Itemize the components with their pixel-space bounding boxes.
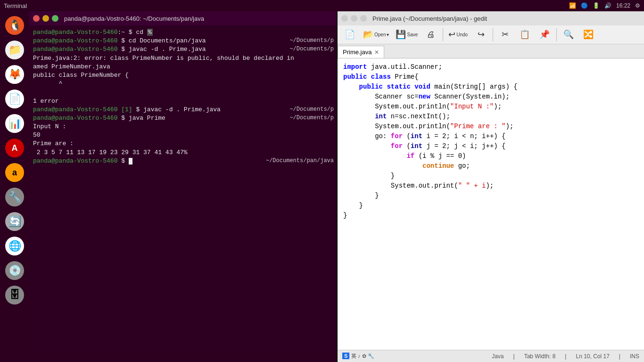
sidebar: 🐧 📁 🦊 📄 📊 A a 🔧 🔄 🌐 💿 🗄 [0, 11, 29, 362]
terminal-close-btn[interactable] [33, 15, 40, 22]
tab-label: Prime.java [343, 49, 372, 56]
undo-icon: ↩ [448, 29, 455, 40]
sidebar-notes[interactable]: A [3, 137, 26, 159]
terminal-title: panda@panda-Vostro-5460: ~/Documents/pan… [64, 15, 204, 22]
code-editor[interactable]: import java.util.Scanner; public class P… [338, 58, 644, 350]
ibus-icon: S 英 ♪ ✿ 🔧 [342, 353, 374, 360]
terminal-window: panda@panda-Vostro-5460: ~/Documents/pan… [29, 11, 338, 351]
save-icon: 💾 [396, 29, 406, 40]
open-button[interactable]: 📂 Open ▾ [360, 28, 392, 41]
sidebar-chrome[interactable]: 🌐 [3, 235, 26, 257]
terminal-min-btn[interactable] [42, 15, 49, 22]
sidebar-calc[interactable]: 📊 [3, 112, 26, 135]
undo-button[interactable]: ↩ Undo [446, 28, 471, 41]
open-icon: 📂 [363, 29, 373, 40]
gedit-window: Prime.java (~/Documents/pan/java) - gedi… [338, 11, 644, 362]
copy-icon: 📋 [520, 29, 530, 40]
paste-icon: 📌 [539, 29, 550, 40]
gedit-statusbar: S 英 ♪ ✿ 🔧 Java | Tab Width: 8 | Ln 10, C… [338, 350, 644, 362]
settings-icon: ⚙ [635, 2, 640, 9]
redo-button[interactable]: ↪ [471, 28, 490, 41]
gedit-close-btn[interactable] [341, 15, 348, 22]
find-button[interactable]: 🔍 [559, 28, 578, 41]
copy-button[interactable]: 📋 [515, 28, 534, 41]
terminal-titlebar: panda@panda-Vostro-5460: ~/Documents/pan… [29, 11, 338, 25]
open-dropdown-icon: ▾ [387, 32, 389, 37]
tab-width-selector[interactable]: Tab Width: 8 [524, 353, 556, 360]
gedit-toolbar: 📄 📂 Open ▾ 💾 Save 🖨 ↩ Undo ↪ ✂ 📋 [338, 25, 644, 44]
sidebar-amazon[interactable]: a [3, 161, 26, 184]
undo-label: Undo [456, 32, 468, 37]
bluetooth-icon: 🔵 [581, 2, 588, 9]
open-label: Open [374, 32, 386, 37]
topbar-left: Terminal [4, 2, 27, 9]
statusbar-sep-2: | [565, 353, 566, 360]
print-button[interactable]: 🖨 [421, 28, 440, 41]
print-icon: 🖨 [427, 30, 435, 40]
topbar-title: Terminal [4, 2, 27, 9]
sidebar-files[interactable]: 📁 [3, 39, 26, 61]
toolbar-sep-3 [556, 28, 557, 41]
topbar-right: 📶 🔵 🔋 🔊 16:22 ⚙ [569, 2, 640, 9]
gedit-title: Prime.java (~/Documents/pan/java) - gedi… [372, 15, 487, 22]
cursor-position: Ln 10, Col 17 [576, 353, 609, 360]
clock: 16:22 [616, 2, 630, 9]
save-button[interactable]: 💾 Save [393, 28, 421, 41]
toolbar-sep-1 [443, 28, 443, 41]
toolbar-sep-2 [493, 28, 493, 41]
terminal-max-btn[interactable] [52, 15, 58, 22]
sidebar-firefox[interactable]: 🦊 [3, 63, 26, 86]
gedit-tabs: Prime.java ✕ [338, 44, 644, 58]
volume-icon: 🔊 [604, 2, 611, 9]
cut-button[interactable]: ✂ [495, 28, 514, 41]
new-icon: 📄 [345, 29, 355, 40]
sidebar-writer[interactable]: 📄 [3, 88, 26, 110]
sidebar-drive[interactable]: 💿 [3, 259, 26, 282]
gedit-titlebar: Prime.java (~/Documents/pan/java) - gedi… [338, 11, 644, 25]
network-icon: 📶 [569, 2, 576, 9]
statusbar-sep-3: | [619, 353, 620, 360]
gedit-min-btn[interactable] [351, 15, 357, 22]
language-selector[interactable]: Java [492, 353, 504, 360]
replace-button[interactable]: 🔀 [579, 28, 598, 41]
sidebar-tools[interactable]: 🔧 [3, 186, 26, 208]
tab-close-btn[interactable]: ✕ [374, 49, 379, 56]
gedit-max-btn[interactable] [360, 15, 367, 22]
sidebar-ubuntu-logo[interactable]: 🐧 [3, 14, 26, 37]
prime-java-tab[interactable]: Prime.java ✕ [338, 46, 384, 58]
find-icon: 🔍 [563, 29, 574, 40]
sidebar-update[interactable]: 🔄 [3, 210, 26, 233]
save-label: Save [407, 32, 418, 37]
redo-icon: ↪ [478, 29, 485, 40]
terminal-content[interactable]: panda@panda-Vostro-5460:~ $ cd % panda@p… [29, 25, 338, 351]
battery-icon: 🔋 [593, 2, 600, 9]
insert-mode: INS [630, 353, 639, 360]
topbar: Terminal 📶 🔵 🔋 🔊 16:22 ⚙ [0, 0, 644, 11]
replace-icon: 🔀 [583, 29, 594, 40]
new-button[interactable]: 📄 [340, 28, 359, 41]
paste-button[interactable]: 📌 [535, 28, 554, 41]
statusbar-sep-1: | [513, 353, 515, 360]
cut-icon: ✂ [502, 29, 509, 40]
sidebar-printer[interactable]: 🗄 [3, 284, 26, 306]
